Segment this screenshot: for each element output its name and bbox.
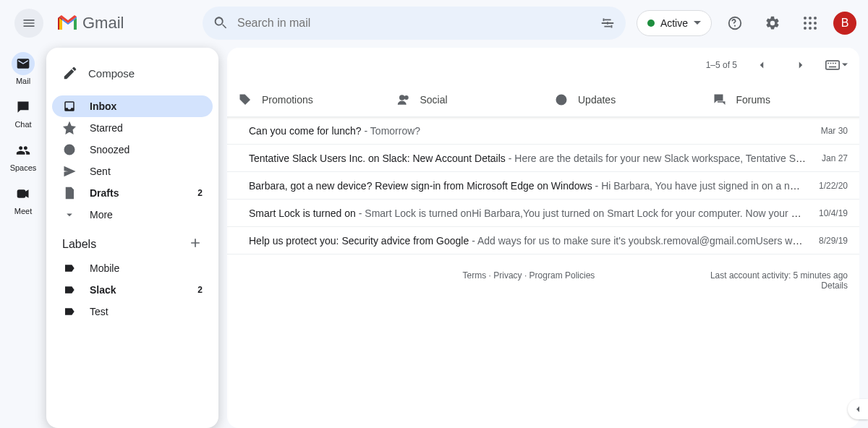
message-row[interactable]: Barbara, got a new device? Review sign-i… (227, 172, 859, 200)
compose-button[interactable]: Compose (52, 59, 213, 87)
nav-item-drafts[interactable]: Drafts 2 (52, 182, 213, 204)
label-item-slack[interactable]: Slack 2 (52, 279, 213, 301)
message-content: Can you come for lunch? - Tomorrow? (249, 125, 807, 137)
nav-label: Starred (90, 122, 123, 134)
policies-link[interactable]: Program Policies (529, 270, 595, 281)
list-footer: Terms · Privacy · Program Policies Last … (227, 254, 859, 307)
add-label-button[interactable] (188, 236, 203, 253)
keyboard-icon (825, 60, 840, 70)
caret-down-icon (842, 62, 848, 68)
labels-title: Labels (62, 238, 96, 251)
label-icon (64, 306, 75, 317)
message-sep: - (469, 235, 477, 247)
apps-grid-icon (804, 17, 817, 30)
message-row[interactable]: Can you come for lunch? - Tomorrow? Mar … (227, 117, 859, 145)
side-panel-toggle[interactable] (848, 399, 868, 419)
chevron-right-icon (794, 59, 807, 72)
message-snippet: Tomorrow? (370, 125, 420, 137)
privacy-link[interactable]: Privacy (493, 270, 522, 281)
rail-item-chat[interactable]: Chat (3, 93, 43, 132)
search-bar[interactable] (203, 7, 626, 40)
message-sep: - (506, 153, 514, 164)
message-row[interactable]: Smart Lock is turned on - Smart Lock is … (227, 200, 859, 227)
rail-item-mail[interactable]: Mail (3, 49, 43, 88)
rail-item-spaces[interactable]: Spaces (3, 136, 43, 175)
nav-label: Drafts (90, 187, 119, 199)
tab-updates[interactable]: Updates (543, 82, 702, 116)
input-tools-button[interactable] (825, 60, 848, 70)
settings-button[interactable] (758, 9, 787, 38)
svg-rect-0 (18, 190, 25, 197)
message-row[interactable]: Tentative Slack Users Inc. on Slack: New… (227, 145, 859, 172)
footer-activity: Last account activity: 5 minutes ago Det… (710, 270, 848, 291)
svg-rect-6 (835, 63, 836, 64)
toolbar-right: 1–5 of 5 (706, 51, 848, 80)
search-icon (213, 15, 229, 31)
label-item-mobile[interactable]: Mobile (52, 257, 213, 279)
svg-rect-2 (826, 61, 839, 69)
support-button[interactable] (720, 9, 749, 38)
plus-icon (188, 236, 203, 250)
caret-down-icon (694, 20, 701, 27)
search-options-icon[interactable] (600, 15, 616, 31)
svg-rect-5 (833, 63, 834, 64)
meet-icon (16, 187, 30, 201)
nav-item-starred[interactable]: Starred (52, 117, 213, 139)
tag-icon (239, 93, 252, 106)
chevron-left-icon (852, 403, 864, 415)
svg-point-9 (399, 95, 404, 100)
next-page-button[interactable] (786, 51, 815, 80)
message-date: 10/4/19 (819, 208, 848, 218)
nav-label: More (90, 209, 113, 221)
message-date: Mar 30 (821, 126, 848, 136)
clock-icon (63, 143, 76, 156)
info-icon (555, 93, 568, 106)
message-subject: Can you come for lunch? (249, 125, 362, 137)
nav-item-more[interactable]: More (52, 204, 213, 226)
rail-item-meet[interactable]: Meet (3, 179, 43, 218)
send-icon (63, 165, 76, 178)
rail-label: Spaces (10, 163, 37, 172)
chevron-down-icon (63, 208, 76, 221)
message-snippet: Here are the details for your new Slack … (514, 153, 807, 164)
prev-page-button[interactable] (747, 51, 776, 80)
message-row[interactable]: Help us protect you: Security advice fro… (227, 227, 859, 254)
pencil-icon (62, 65, 78, 81)
message-subject: Tentative Slack Users Inc. on Slack: New… (249, 153, 506, 164)
nav-item-sent[interactable]: Sent (52, 160, 213, 182)
status-label: Active (660, 17, 688, 29)
tab-label: Forums (736, 94, 770, 106)
tab-promotions[interactable]: Promotions (227, 82, 386, 116)
tab-social[interactable]: Social (386, 82, 544, 116)
nav-item-inbox[interactable]: Inbox (52, 95, 213, 117)
account-avatar[interactable]: B (833, 12, 856, 35)
message-content: Smart Lock is turned on - Smart Lock is … (249, 207, 804, 219)
list-toolbar: 1–5 of 5 (227, 48, 859, 82)
mail-icon (16, 56, 30, 71)
nav-count: 2 (197, 188, 203, 198)
body: Mail Chat Spaces Meet Compose Inbox Star… (0, 46, 868, 428)
message-sep: - (356, 207, 365, 219)
message-content: Tentative Slack Users Inc. on Slack: New… (249, 153, 807, 164)
footer-links: Terms · Privacy · Program Policies (463, 270, 595, 291)
message-sep: - (592, 180, 601, 192)
terms-link[interactable]: Terms (463, 270, 487, 281)
message-content: Help us protect you: Security advice fro… (249, 235, 804, 247)
nav-item-snoozed[interactable]: Snoozed (52, 139, 213, 160)
label-item-test[interactable]: Test (52, 301, 213, 322)
logo[interactable]: Gmail (58, 14, 203, 33)
svg-point-8 (242, 96, 243, 98)
tab-forums[interactable]: Forums (702, 82, 860, 116)
tab-label: Updates (578, 94, 616, 106)
status-chip[interactable]: Active (637, 10, 712, 36)
message-date: 8/29/19 (819, 236, 848, 246)
spaces-icon (16, 143, 30, 158)
rail-label: Chat (14, 120, 31, 129)
hamburger-icon (22, 16, 36, 30)
main-menu-button[interactable] (14, 9, 43, 38)
details-link[interactable]: Details (821, 281, 848, 291)
message-subject: Help us protect you: Security advice fro… (249, 235, 469, 247)
nav-label: Sent (90, 166, 111, 177)
search-input[interactable] (237, 17, 600, 30)
google-apps-button[interactable] (796, 9, 825, 38)
